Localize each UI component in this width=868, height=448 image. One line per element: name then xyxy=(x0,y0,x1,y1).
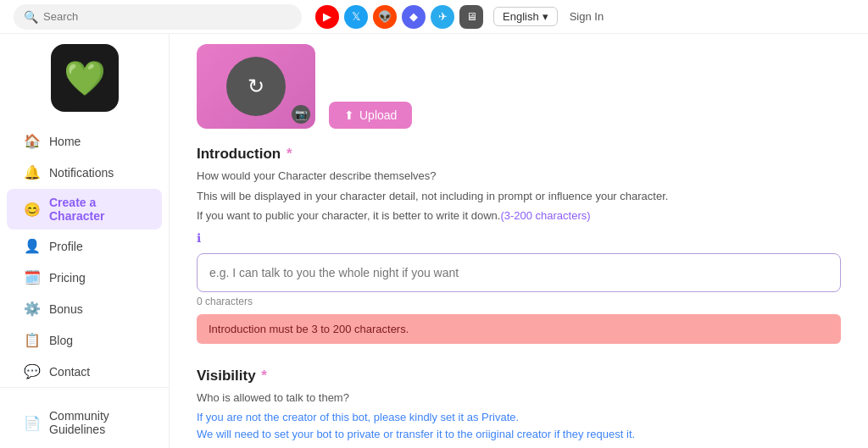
upload-button[interactable]: ⬆ Upload xyxy=(329,102,412,129)
intro-desc2: This will be displayed in your character… xyxy=(197,188,841,205)
monitor-icon[interactable]: 🖥 xyxy=(459,5,483,29)
search-bar[interactable]: 🔍 xyxy=(14,4,302,30)
language-label: English xyxy=(503,10,539,23)
discord-icon[interactable]: ◆ xyxy=(402,5,426,29)
nav-label-contact: Contact xyxy=(49,365,90,379)
upload-label: Upload xyxy=(359,108,397,122)
char-limit-link[interactable]: (3-200 characters) xyxy=(500,209,590,222)
nav-item-profile[interactable]: 👤 Profile xyxy=(7,231,162,261)
chevron-down-icon: ▾ xyxy=(542,10,548,23)
pricing-icon: 🗓️ xyxy=(24,269,41,285)
introduction-section: Introduction * How would your Character … xyxy=(197,146,841,344)
intro-desc1: How would your Character describe themse… xyxy=(197,168,841,185)
character-image-area: ↻ 📷 ⬆ Upload xyxy=(197,34,841,146)
avatar-circle: ↻ xyxy=(226,57,286,116)
search-input[interactable] xyxy=(43,10,292,23)
nav-item-blog[interactable]: 📋 Blog xyxy=(7,325,162,355)
notifications-icon: 🔔 xyxy=(24,164,41,180)
nav-label-home: Home xyxy=(49,135,81,148)
nav-label-community: Community Guidelines xyxy=(49,409,145,436)
camera-icon[interactable]: 📷 xyxy=(292,105,310,124)
nav-label-profile: Profile xyxy=(49,240,83,253)
introduction-input[interactable] xyxy=(197,253,841,292)
nav-item-create[interactable]: 😊 Create a Character xyxy=(7,189,162,230)
upload-icon: ⬆ xyxy=(344,108,354,122)
nav-item-notifications[interactable]: 🔔 Notifications xyxy=(7,158,162,187)
language-selector[interactable]: English ▾ xyxy=(493,7,558,26)
bonus-icon: ⚙️ xyxy=(24,301,41,317)
logo-box: 💚 xyxy=(51,44,119,112)
nav-item-pricing[interactable]: 🗓️ Pricing xyxy=(7,263,162,292)
contact-icon: 💬 xyxy=(24,363,41,379)
main-content: ↻ 📷 ⬆ Upload Introduction * How would yo… xyxy=(170,34,868,448)
nav-label-notifications: Notifications xyxy=(49,166,114,180)
sidebar-bottom: 📄 Community Guidelines 🔒 Privacy Policy … xyxy=(0,387,169,448)
create-icon: 😊 xyxy=(24,202,41,218)
char-count: 0 characters xyxy=(197,296,841,307)
intro-error-banner: Introduction must be 3 to 200 characters… xyxy=(197,314,841,344)
social-links: ▶ 𝕏 👽 ◆ ✈ 🖥 xyxy=(315,5,483,29)
community-icon: 📄 xyxy=(24,415,41,431)
visibility-section: Visibility * Who is allowed to talk to t… xyxy=(197,368,841,449)
signin-button[interactable]: Sign In xyxy=(570,10,604,23)
reddit-icon[interactable]: 👽 xyxy=(373,5,397,29)
top-navigation: 🔍 ▶ 𝕏 👽 ◆ ✈ 🖥 English ▾ Sign In xyxy=(0,0,868,34)
nav-item-home[interactable]: 🏠 Home xyxy=(7,126,162,156)
nav-item-contact[interactable]: 💬 Contact xyxy=(7,357,162,386)
home-icon: 🏠 xyxy=(24,133,41,149)
twitter-icon[interactable]: 𝕏 xyxy=(344,5,368,29)
visibility-info1: If you are not the creator of this bot, … xyxy=(197,409,841,442)
blog-icon: 📋 xyxy=(24,332,41,348)
nav-label-create: Create a Character xyxy=(49,196,145,223)
youtube-icon[interactable]: ▶ xyxy=(315,5,339,29)
character-avatar: ↻ 📷 xyxy=(197,44,315,129)
info-icon[interactable]: ℹ xyxy=(197,231,201,245)
logo-area: 💚 xyxy=(0,44,169,125)
nav-item-bonus[interactable]: ⚙️ Bonus xyxy=(7,294,162,324)
nav-item-privacy[interactable]: 🔒 Privacy Policy xyxy=(7,444,162,448)
search-icon: 🔍 xyxy=(24,10,38,24)
logo-heart-icon: 💚 xyxy=(64,58,106,98)
refresh-icon: ↻ xyxy=(248,75,264,98)
sidebar: 💚 🏠 Home 🔔 Notifications 😊 Create a Char… xyxy=(0,34,170,448)
nav-label-pricing: Pricing xyxy=(49,271,86,285)
nav-item-community[interactable]: 📄 Community Guidelines xyxy=(7,402,162,443)
visibility-question: Who is allowed to talk to them? xyxy=(197,390,841,407)
profile-icon: 👤 xyxy=(24,238,41,254)
nav-label-bonus: Bonus xyxy=(49,302,83,316)
intro-desc3: If you want to public your character, it… xyxy=(197,207,841,224)
intro-title: Introduction * xyxy=(197,146,841,163)
nav-label-blog: Blog xyxy=(49,334,73,347)
telegram-icon[interactable]: ✈ xyxy=(431,5,454,29)
visibility-title: Visibility * xyxy=(197,368,841,384)
